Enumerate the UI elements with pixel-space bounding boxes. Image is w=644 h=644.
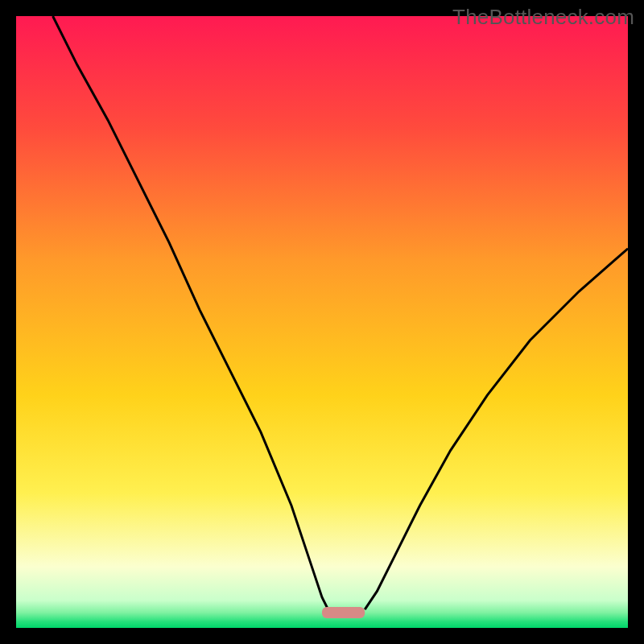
optimal-marker xyxy=(322,607,365,618)
watermark-text: TheBottleneck.com xyxy=(452,5,634,30)
bottleneck-chart xyxy=(16,16,628,628)
chart-svg xyxy=(16,16,628,628)
gradient-background xyxy=(16,16,628,628)
